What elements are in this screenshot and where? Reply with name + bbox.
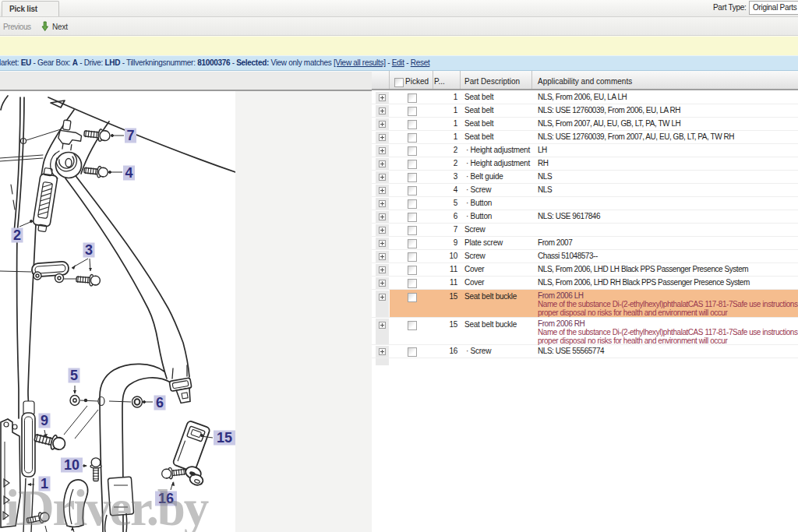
svg-text:5: 5 xyxy=(70,368,78,383)
svg-text:15: 15 xyxy=(217,430,232,446)
svg-text:3: 3 xyxy=(85,242,93,258)
svg-text:9: 9 xyxy=(41,413,48,428)
svg-text:2: 2 xyxy=(13,227,21,243)
svg-text:7: 7 xyxy=(126,128,134,143)
svg-text:4: 4 xyxy=(125,165,132,181)
svg-text:10: 10 xyxy=(64,457,79,473)
svg-text:6: 6 xyxy=(156,395,164,410)
